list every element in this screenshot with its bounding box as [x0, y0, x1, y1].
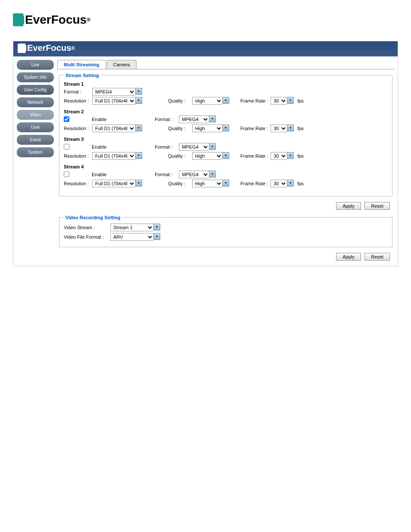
- stream-3-quality-select[interactable]: High: [192, 152, 222, 160]
- sidebar-item-system[interactable]: System: [17, 147, 54, 157]
- chevron-down-icon[interactable]: [153, 233, 160, 240]
- chevron-down-icon[interactable]: [135, 152, 142, 159]
- video-file-format-select[interactable]: ARV: [110, 233, 153, 241]
- fps-label: fps: [297, 153, 304, 159]
- stream-setting-fieldset: Stream Setting Stream 1 Format : MPEG4 R…: [59, 73, 392, 196]
- enable-label: Enable: [92, 172, 106, 177]
- chevron-down-icon[interactable]: [209, 171, 216, 177]
- video-recording-legend: Video Recording Setting: [64, 215, 122, 220]
- fps-label: fps: [297, 98, 304, 103]
- fps-label: fps: [297, 126, 304, 131]
- resolution-label: Resolution :: [64, 181, 90, 186]
- stream-1-block: Stream 1 Format : MPEG4 Resolution : Ful…: [64, 81, 388, 105]
- stream-3-block: Stream 3 Enable Format : MPEG4 Resolu: [64, 137, 388, 160]
- video-stream-select[interactable]: Stream 1: [110, 224, 153, 231]
- tab-multistreaming[interactable]: Multi Streaming: [57, 60, 106, 69]
- stream-2-quality-select[interactable]: High: [192, 124, 222, 132]
- stream-2-enable-checkbox[interactable]: [64, 116, 69, 122]
- chevron-down-icon[interactable]: [135, 97, 142, 104]
- brand-icon: [13, 13, 23, 26]
- sidebar-item-userconfig[interactable]: User Config: [17, 85, 54, 95]
- stream-2-title: Stream 2: [64, 109, 388, 114]
- registered-mark: ®: [87, 17, 90, 23]
- page-logo: EverFocus ®: [13, 13, 398, 28]
- framerate-label: Frame Rate :: [240, 153, 268, 159]
- enable-label: Enable: [92, 117, 106, 122]
- stream-4-block: Stream 4 Enable Format : MPEG4 Resolu: [64, 164, 388, 187]
- resolution-label: Resolution :: [64, 98, 90, 103]
- brand-name: EverFocus: [25, 13, 87, 27]
- stream-buttons: Apply Reset: [57, 200, 394, 212]
- stream-4-framerate-select[interactable]: 30: [271, 180, 287, 187]
- sidebar-item-user[interactable]: User: [17, 122, 54, 132]
- stream-1-title: Stream 1: [64, 81, 388, 87]
- tabs: Multi Streaming Camera: [57, 60, 394, 69]
- stream-1-resolution-select[interactable]: Full D1 (704x480): [92, 97, 135, 105]
- chevron-down-icon[interactable]: [222, 180, 229, 187]
- format-label: Format :: [155, 117, 176, 122]
- stream-4-format-select[interactable]: MPEG4: [179, 171, 209, 178]
- stream-2-format-select[interactable]: MPEG4: [179, 115, 209, 123]
- enable-label: Enable: [92, 144, 106, 149]
- stream-4-enable-checkbox[interactable]: [64, 171, 69, 177]
- chevron-down-icon[interactable]: [287, 97, 294, 104]
- brand-name-header: EverFocus: [27, 43, 71, 53]
- app-header: EverFocus ®: [13, 41, 398, 56]
- chevron-down-icon[interactable]: [209, 115, 216, 122]
- stream-3-title: Stream 3: [64, 137, 388, 142]
- stream-4-title: Stream 4: [64, 164, 388, 169]
- stream-1-framerate-select[interactable]: 30: [271, 97, 287, 105]
- stream-4-resolution-select[interactable]: Full D1 (704x480): [92, 180, 135, 187]
- reset-button[interactable]: Reset: [364, 202, 390, 210]
- stream-3-resolution-select[interactable]: Full D1 (704x480): [92, 152, 135, 160]
- app-window: EverFocus ® Live System Info User Config…: [13, 41, 398, 266]
- video-stream-label: Video Stream :: [64, 225, 107, 230]
- stream-4-quality-select[interactable]: High: [192, 180, 222, 187]
- sidebar: Live System Info User Config Network Vid…: [17, 60, 54, 262]
- chevron-down-icon[interactable]: [287, 180, 294, 187]
- chevron-down-icon[interactable]: [222, 97, 229, 104]
- chevron-down-icon[interactable]: [135, 88, 142, 95]
- chevron-down-icon[interactable]: [135, 124, 142, 131]
- chevron-down-icon[interactable]: [287, 124, 294, 131]
- apply-button[interactable]: Apply: [336, 202, 361, 210]
- format-label: Format :: [155, 144, 176, 149]
- stream-2-framerate-select[interactable]: 30: [271, 124, 287, 132]
- quality-label: Quality :: [168, 181, 190, 186]
- tab-camera[interactable]: Camera: [107, 60, 137, 69]
- chevron-down-icon[interactable]: [209, 143, 216, 150]
- registered-mark: ®: [71, 45, 75, 51]
- sidebar-item-video[interactable]: Video: [17, 110, 54, 120]
- format-label: Format :: [155, 172, 176, 177]
- chevron-down-icon[interactable]: [153, 224, 160, 230]
- sidebar-item-live[interactable]: Live: [17, 60, 54, 70]
- stream-2-resolution-select[interactable]: Full D1 (704x480): [92, 124, 135, 132]
- reset-button[interactable]: Reset: [364, 253, 390, 261]
- resolution-label: Resolution :: [64, 153, 90, 159]
- framerate-label: Frame Rate :: [240, 181, 268, 186]
- quality-label: Quality :: [168, 98, 190, 103]
- chevron-down-icon[interactable]: [135, 180, 142, 187]
- stream-3-enable-checkbox[interactable]: [64, 144, 69, 149]
- chevron-down-icon[interactable]: [222, 124, 229, 131]
- quality-label: Quality :: [168, 126, 190, 131]
- quality-label: Quality :: [168, 153, 190, 159]
- brand-icon: [18, 44, 25, 53]
- stream-2-block: Stream 2 Enable Format : MPEG4 Resolu: [64, 109, 388, 132]
- framerate-label: Frame Rate :: [240, 126, 268, 131]
- apply-button[interactable]: Apply: [336, 253, 361, 261]
- sidebar-item-network[interactable]: Network: [17, 97, 54, 107]
- stream-1-format-select[interactable]: MPEG4: [92, 88, 135, 96]
- chevron-down-icon[interactable]: [222, 152, 229, 159]
- main-panel: Multi Streaming Camera Stream Setting St…: [57, 60, 394, 262]
- sidebar-item-event[interactable]: Event: [17, 135, 54, 145]
- sidebar-item-systeminfo[interactable]: System Info: [17, 72, 54, 82]
- video-recording-fieldset: Video Recording Setting Video Stream : S…: [59, 215, 392, 247]
- format-label: Format :: [64, 89, 90, 94]
- stream-3-format-select[interactable]: MPEG4: [179, 143, 209, 151]
- chevron-down-icon[interactable]: [287, 152, 294, 159]
- stream-setting-legend: Stream Setting: [64, 73, 101, 78]
- stream-3-framerate-select[interactable]: 30: [271, 152, 287, 160]
- video-file-format-label: Video File Format :: [64, 234, 107, 240]
- stream-1-quality-select[interactable]: High: [192, 97, 222, 105]
